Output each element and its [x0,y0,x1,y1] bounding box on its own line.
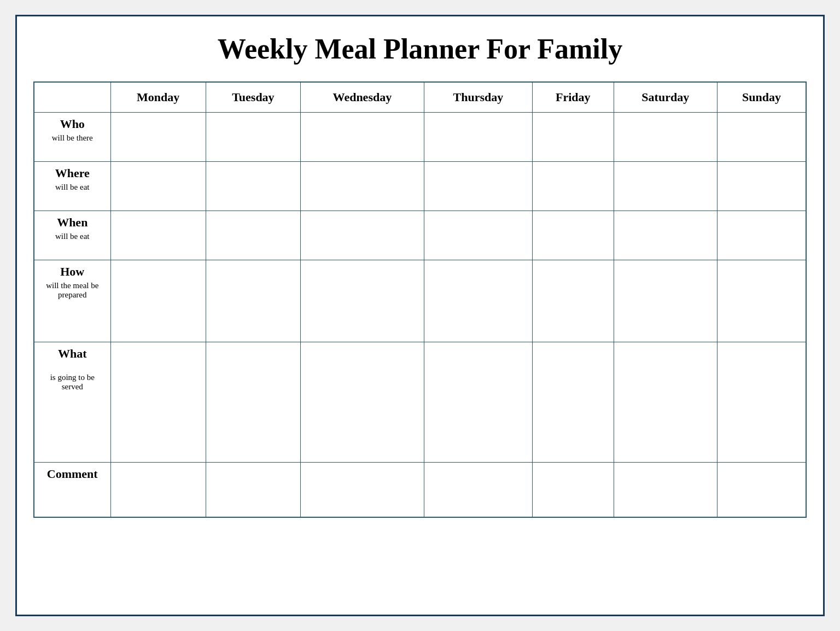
row-how: How will the meal be prepared [34,260,806,342]
cell-where-tuesday[interactable] [206,162,300,211]
page-container: Weekly Meal Planner For Family Monday Tu… [15,15,825,616]
cell-what-friday[interactable] [532,342,614,463]
cell-how-sunday[interactable] [717,260,806,342]
cell-how-saturday[interactable] [614,260,717,342]
planner-table: Monday Tuesday Wednesday Thursday Friday… [33,81,807,518]
cell-how-monday[interactable] [110,260,206,342]
header-wednesday: Wednesday [300,82,424,113]
cell-where-thursday[interactable] [424,162,532,211]
cell-when-sunday[interactable] [717,211,806,260]
header-sunday: Sunday [717,82,806,113]
row-what: What is going to be served [34,342,806,463]
cell-where-saturday[interactable] [614,162,717,211]
cell-what-thursday[interactable] [424,342,532,463]
label-when: When will be eat [34,211,110,260]
label-what: What is going to be served [34,342,110,463]
cell-who-saturday[interactable] [614,113,717,162]
cell-how-thursday[interactable] [424,260,532,342]
label-comment: Comment [34,463,110,517]
cell-who-wednesday[interactable] [300,113,424,162]
row-where: Where will be eat [34,162,806,211]
cell-how-wednesday[interactable] [300,260,424,342]
cell-what-sunday[interactable] [717,342,806,463]
cell-how-tuesday[interactable] [206,260,300,342]
label-who: Who will be there [34,113,110,162]
cell-comment-tuesday[interactable] [206,463,300,517]
cell-where-sunday[interactable] [717,162,806,211]
cell-when-tuesday[interactable] [206,211,300,260]
label-how: How will the meal be prepared [34,260,110,342]
row-comment: Comment [34,463,806,517]
row-who: Who will be there [34,113,806,162]
cell-who-monday[interactable] [110,113,206,162]
cell-when-friday[interactable] [532,211,614,260]
cell-what-saturday[interactable] [614,342,717,463]
cell-where-wednesday[interactable] [300,162,424,211]
cell-who-sunday[interactable] [717,113,806,162]
cell-comment-thursday[interactable] [424,463,532,517]
cell-how-friday[interactable] [532,260,614,342]
cell-what-wednesday[interactable] [300,342,424,463]
page-title: Weekly Meal Planner For Family [33,27,807,65]
cell-who-thursday[interactable] [424,113,532,162]
cell-when-wednesday[interactable] [300,211,424,260]
header-tuesday: Tuesday [206,82,300,113]
cell-when-thursday[interactable] [424,211,532,260]
header-friday: Friday [532,82,614,113]
cell-what-monday[interactable] [110,342,206,463]
cell-comment-wednesday[interactable] [300,463,424,517]
cell-comment-friday[interactable] [532,463,614,517]
header-monday: Monday [110,82,206,113]
cell-who-friday[interactable] [532,113,614,162]
cell-when-monday[interactable] [110,211,206,260]
label-where: Where will be eat [34,162,110,211]
cell-where-friday[interactable] [532,162,614,211]
cell-who-tuesday[interactable] [206,113,300,162]
cell-comment-sunday[interactable] [717,463,806,517]
header-row: Monday Tuesday Wednesday Thursday Friday… [34,82,806,113]
cell-when-saturday[interactable] [614,211,717,260]
cell-what-tuesday[interactable] [206,342,300,463]
header-thursday: Thursday [424,82,532,113]
row-when: When will be eat [34,211,806,260]
cell-comment-monday[interactable] [110,463,206,517]
cell-comment-saturday[interactable] [614,463,717,517]
header-empty [34,82,110,113]
header-saturday: Saturday [614,82,717,113]
cell-where-monday[interactable] [110,162,206,211]
